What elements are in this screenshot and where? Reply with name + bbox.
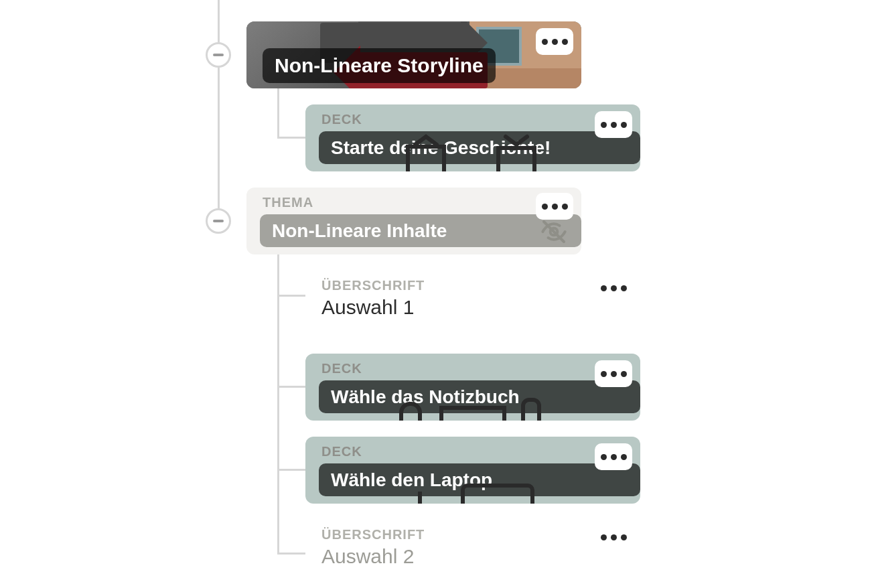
hidden-icon: [538, 218, 569, 245]
more-options-button[interactable]: [595, 524, 632, 550]
minus-icon: [213, 54, 224, 56]
more-options-button[interactable]: [595, 111, 632, 138]
more-options-button[interactable]: [536, 193, 573, 220]
storyline-card[interactable]: Non-Lineare Storyline: [246, 21, 581, 88]
thema-title: Non-Lineare Inhalte: [260, 214, 581, 248]
collapse-toggle[interactable]: [206, 208, 231, 234]
heading-card-2[interactable]: ÜBERSCHRIFT Auswahl 2: [305, 517, 640, 576]
more-options-button[interactable]: [595, 275, 632, 301]
connector-line: [277, 295, 305, 297]
connector-line: [218, 0, 220, 221]
connector-line: [277, 469, 305, 471]
card-type-label: THEMA: [246, 188, 581, 210]
minus-icon: [213, 220, 224, 222]
deck-card-laptop[interactable]: DECK Wähle den Laptop: [305, 437, 640, 504]
deck-card-notebook[interactable]: DECK Wähle das Notizbuch: [305, 354, 640, 421]
deck-decoration: [305, 104, 640, 171]
storyline-title: Non-Lineare Storyline: [263, 48, 496, 83]
more-options-button[interactable]: [595, 443, 632, 470]
connector-line: [277, 88, 279, 138]
connector-line: [277, 137, 305, 139]
card-type-label: ÜBERSCHRIFT: [305, 269, 640, 293]
heading-card-1[interactable]: ÜBERSCHRIFT Auswahl 1: [305, 268, 640, 327]
connector-line: [277, 254, 279, 555]
deck-decoration: [305, 437, 640, 504]
more-options-button[interactable]: [595, 360, 632, 387]
thema-card[interactable]: THEMA Non-Lineare Inhalte: [246, 188, 581, 254]
more-options-button[interactable]: [536, 28, 573, 55]
heading-title: Auswahl 1: [305, 293, 640, 327]
deck-card-start[interactable]: DECK Starte deine Geschichte!: [305, 104, 640, 171]
connector-line: [277, 386, 305, 388]
heading-title: Auswahl 2: [305, 542, 640, 576]
collapse-toggle[interactable]: [206, 42, 231, 68]
card-type-label: ÜBERSCHRIFT: [305, 518, 640, 542]
deck-decoration: [305, 354, 640, 421]
connector-line: [277, 553, 305, 555]
